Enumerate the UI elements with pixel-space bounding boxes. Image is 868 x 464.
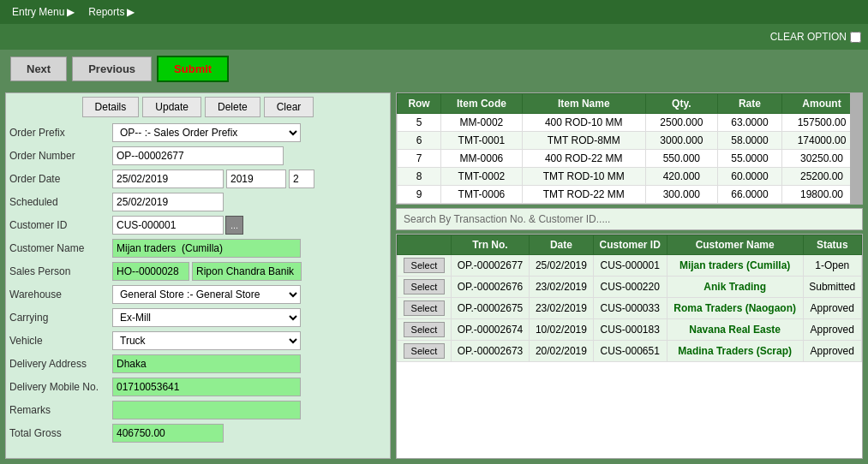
delivery-address-label: Delivery Address <box>9 358 112 370</box>
delivery-mobile-input[interactable] <box>112 378 301 396</box>
vehicle-row: Vehicle Truck <box>9 330 386 351</box>
trn-table-container[interactable]: Trn No.DateCustomer IDCustomer NameStatu… <box>396 234 863 459</box>
item-table-row: 9TMT-0006TMT ROD-22 MM300.00066.00001980… <box>398 186 862 204</box>
update-button[interactable]: Update <box>142 97 201 117</box>
warehouse-label: Warehouse <box>9 289 112 300</box>
trn-col-trn-no-: Trn No. <box>451 235 529 255</box>
menu-bar: Entry Menu ▶ Reports ▶ <box>0 0 868 24</box>
customer-id-row: Customer ID ... <box>9 215 386 235</box>
crud-buttons: Details Update Delete Clear <box>9 97 386 117</box>
total-gross-label: Total Gross <box>9 427 112 439</box>
scheduled-input[interactable] <box>112 193 224 211</box>
order-date-input[interactable] <box>112 170 224 188</box>
order-date-seq[interactable] <box>289 170 314 188</box>
item-col-item-name: Item Name <box>522 94 645 114</box>
vehicle-select[interactable]: Truck <box>112 331 301 350</box>
top-options-bar: CLEAR OPTION <box>0 24 868 50</box>
customer-name-input[interactable] <box>112 239 301 258</box>
carrying-select[interactable]: Ex-Mill <box>112 308 301 327</box>
menu-reports-label: Reports <box>88 6 124 18</box>
remarks-row: Remarks <box>9 400 386 420</box>
order-date-row: Order Date <box>9 169 386 189</box>
trn-table-row: SelectOP.-0000267320/02/2019CUS-000651Ma… <box>398 341 862 362</box>
select-button[interactable]: Select <box>404 300 446 316</box>
carrying-row: Carrying Ex-Mill <box>9 307 386 328</box>
item-col-rate: Rate <box>717 94 781 114</box>
order-date-year[interactable] <box>226 170 286 188</box>
item-table-container: RowItem CodeItem NameQty.RateAmount 5MM-… <box>396 92 863 205</box>
item-scrollbar[interactable] <box>850 93 862 204</box>
carrying-label: Carrying <box>9 312 112 324</box>
customer-id-dots-button[interactable]: ... <box>225 216 243 235</box>
warehouse-row: Warehouse General Store :- General Store <box>9 284 386 305</box>
sales-person-row: Sales Person <box>9 261 386 282</box>
order-prefix-label: Order Prefix <box>9 127 112 139</box>
item-col-row: Row <box>398 94 441 114</box>
delivery-mobile-label: Delivery Mobile No. <box>9 381 112 393</box>
submit-button[interactable]: Submit <box>157 56 229 82</box>
scheduled-label: Scheduled <box>9 196 112 208</box>
remarks-label: Remarks <box>9 404 112 416</box>
customer-name-row: Customer Name <box>9 238 386 259</box>
menu-entry[interactable]: Entry Menu ▶ <box>7 4 80 20</box>
sales-person-name-input[interactable] <box>192 262 302 281</box>
order-date-label: Order Date <box>9 173 112 185</box>
trn-col-date: Date <box>530 235 594 255</box>
select-button[interactable]: Select <box>404 322 446 337</box>
order-number-row: Order Number <box>9 146 386 166</box>
details-button[interactable]: Details <box>82 97 140 117</box>
remarks-input[interactable] <box>112 401 301 419</box>
customer-name-label: Customer Name <box>9 242 112 254</box>
trn-table-row: SelectOP.-0000267725/02/2019CUS-000001Mi… <box>398 255 862 277</box>
order-number-input[interactable] <box>112 146 284 165</box>
search-placeholder-text: Search By Transaction No. & Customer ID.… <box>404 213 610 225</box>
total-gross-row: Total Gross <box>9 423 386 443</box>
select-button[interactable]: Select <box>404 279 446 294</box>
item-table-row: 6TMT-0001TMT ROD-8MM3000.00058.000017400… <box>398 132 862 150</box>
menu-entry-arrow: ▶ <box>67 6 75 18</box>
menu-reports[interactable]: Reports ▶ <box>83 4 140 20</box>
order-prefix-row: Order Prefix OP-- :- Sales Order Prefix <box>9 122 386 143</box>
item-table-row: 5MM-0002400 ROD-10 MM2500.00063.00001575… <box>398 114 862 132</box>
order-number-label: Order Number <box>9 150 112 162</box>
total-gross-input[interactable] <box>112 424 224 443</box>
delete-button[interactable]: Delete <box>205 97 260 117</box>
item-table: RowItem CodeItem NameQty.RateAmount 5MM-… <box>397 93 862 204</box>
order-prefix-select[interactable]: OP-- :- Sales Order Prefix <box>112 123 301 142</box>
trn-table-row: SelectOP.-0000267523/02/2019CUS-000033Ro… <box>398 298 862 319</box>
trn-col-customer-name: Customer Name <box>667 235 803 255</box>
customer-id-label: Customer ID <box>9 219 112 231</box>
trn-col- <box>398 235 452 255</box>
clear-button[interactable]: Clear <box>264 97 314 117</box>
left-panel: Details Update Delete Clear Order Prefix… <box>5 92 391 459</box>
item-col-qty-: Qty. <box>645 94 717 114</box>
delivery-address-input[interactable] <box>112 354 301 373</box>
sales-person-label: Sales Person <box>9 265 112 277</box>
action-row: Next Previous Submit <box>0 50 868 87</box>
item-col-item-code: Item Code <box>441 94 523 114</box>
trn-table-row: SelectOP.-0000267410/02/2019CUS-000183Na… <box>398 319 862 341</box>
menu-reports-arrow: ▶ <box>127 6 135 18</box>
trn-col-status: Status <box>803 235 861 255</box>
main-content: Details Update Delete Clear Order Prefix… <box>0 87 868 464</box>
delivery-address-row: Delivery Address <box>9 354 386 374</box>
customer-id-input[interactable] <box>112 216 224 235</box>
sales-person-id-input[interactable] <box>112 262 189 281</box>
trn-table: Trn No.DateCustomer IDCustomer NameStatu… <box>397 235 862 362</box>
item-table-row: 7MM-0006400 ROD-22 MM550.00055.000030250… <box>398 150 862 168</box>
previous-button[interactable]: Previous <box>72 57 152 81</box>
trn-col-customer-id: Customer ID <box>593 235 667 255</box>
clear-option-label: CLEAR OPTION <box>770 31 847 43</box>
item-table-row: 8TMT-0002TMT ROD-10 MM420.00060.00002520… <box>398 168 862 186</box>
clear-option-checkbox[interactable] <box>850 32 861 43</box>
scheduled-row: Scheduled <box>9 192 386 212</box>
delivery-mobile-row: Delivery Mobile No. <box>9 377 386 397</box>
warehouse-select[interactable]: General Store :- General Store <box>112 285 301 304</box>
next-button[interactable]: Next <box>10 57 67 81</box>
select-button[interactable]: Select <box>404 343 446 359</box>
vehicle-label: Vehicle <box>9 335 112 347</box>
right-panel: RowItem CodeItem NameQty.RateAmount 5MM-… <box>396 92 863 459</box>
menu-entry-label: Entry Menu <box>12 6 64 18</box>
select-button[interactable]: Select <box>404 258 446 273</box>
search-bar: Search By Transaction No. & Customer ID.… <box>396 208 863 230</box>
